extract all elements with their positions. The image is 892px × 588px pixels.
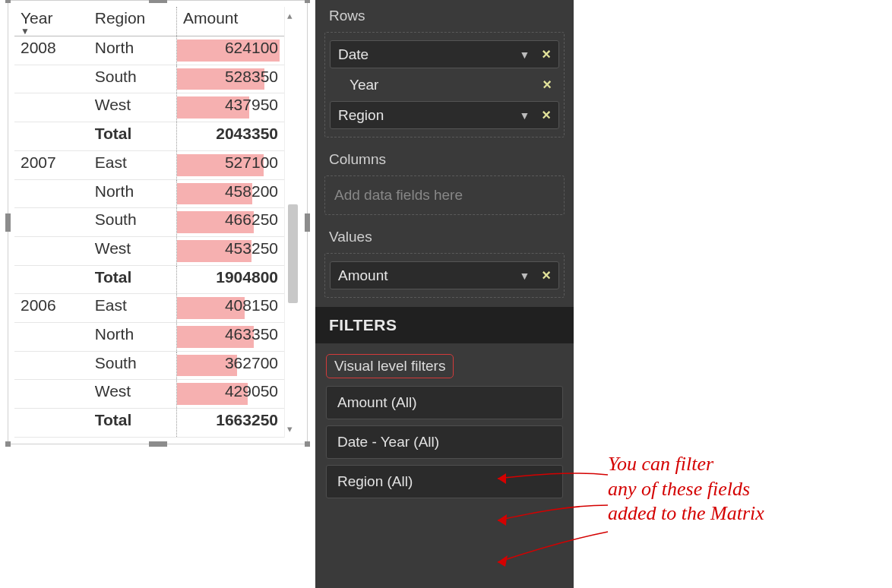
cell-amount: 527100 <box>177 150 285 179</box>
field-pill-amount[interactable]: Amount ▼ × <box>330 261 559 289</box>
matrix-frame: Year ▼ Region Amount 2008North624100Sout… <box>8 0 308 444</box>
amount-value: 453250 <box>225 239 278 257</box>
cell-year <box>14 323 89 352</box>
annotation-line: You can filter <box>608 453 713 475</box>
cell-total-amount: 2043350 <box>177 122 285 151</box>
cell-amount: 453250 <box>177 236 285 265</box>
field-pill-date[interactable]: Date ▼ × <box>330 40 559 68</box>
cell-total-label: Total <box>89 409 177 438</box>
cell-year <box>14 179 89 208</box>
cell-year: 2008 <box>14 36 89 65</box>
header-year-label: Year <box>21 9 52 27</box>
cell-total-amount: 1663250 <box>177 409 285 438</box>
filters-header: FILTERS <box>315 307 574 343</box>
resize-handle[interactable] <box>5 213 11 232</box>
cell-year <box>14 93 89 122</box>
cell-region: West <box>89 236 177 265</box>
table-row[interactable]: West453250 <box>14 236 284 265</box>
table-row[interactable]: West437950 <box>14 93 284 122</box>
header-amount-label: Amount <box>183 9 238 27</box>
amount-value: 527100 <box>225 153 278 171</box>
visual-level-filters-wrap: Visual level filters <box>326 354 563 378</box>
table-row-total[interactable]: Total1904800 <box>14 265 284 294</box>
table-row[interactable]: North458200 <box>14 179 284 208</box>
resize-handle[interactable] <box>305 213 310 232</box>
resize-handle[interactable] <box>5 0 11 3</box>
svg-marker-0 <box>498 473 506 484</box>
cell-year <box>14 265 89 294</box>
chevron-down-icon[interactable]: ▼ <box>519 270 530 282</box>
header-region[interactable]: Region <box>89 7 177 36</box>
cell-amount: 429050 <box>177 380 285 409</box>
cell-region: North <box>89 323 177 352</box>
values-label: Values <box>315 224 574 250</box>
table-row-total[interactable]: Total2043350 <box>14 122 284 151</box>
field-pill-label: Region <box>338 107 519 124</box>
field-pill-region[interactable]: Region ▼ × <box>330 101 559 129</box>
table-row[interactable]: South528350 <box>14 65 284 93</box>
matrix-table: Year ▼ Region Amount 2008North624100Sout… <box>14 7 284 438</box>
cell-amount: 466250 <box>177 208 285 237</box>
cell-region: North <box>89 179 177 208</box>
resize-handle[interactable] <box>305 441 310 447</box>
visual-level-filters-label[interactable]: Visual level filters <box>326 354 454 378</box>
table-row[interactable]: 2006East408150 <box>14 294 284 323</box>
amount-value: 466250 <box>225 210 278 228</box>
columns-drop-zone[interactable]: Add data fields here <box>324 175 565 215</box>
close-icon[interactable]: × <box>542 106 551 124</box>
sort-desc-icon: ▼ <box>21 29 83 33</box>
resize-handle[interactable] <box>149 441 167 447</box>
table-scrollbar[interactable]: ▴ ▾ <box>284 7 301 438</box>
cell-region: West <box>89 93 177 122</box>
svg-marker-1 <box>498 514 507 526</box>
amount-value: 463350 <box>225 325 278 343</box>
cell-amount: 463350 <box>177 323 285 352</box>
cell-region: West <box>89 380 177 409</box>
scroll-up-icon[interactable]: ▴ <box>287 10 293 21</box>
chevron-down-icon[interactable]: ▼ <box>519 49 530 61</box>
svg-marker-2 <box>498 555 508 567</box>
cell-year <box>14 208 89 237</box>
close-icon[interactable]: × <box>542 76 552 93</box>
field-pill-label: Year <box>350 77 538 93</box>
cell-amount: 528350 <box>177 65 285 93</box>
rows-drop-zone[interactable]: Date ▼ × Year × Region ▼ × <box>324 32 565 138</box>
field-pill-label: Amount <box>338 267 519 284</box>
amount-value: 528350 <box>225 68 278 85</box>
table-row[interactable]: West429050 <box>14 380 284 409</box>
header-region-label: Region <box>95 9 146 27</box>
table-row[interactable]: South362700 <box>14 351 284 380</box>
resize-handle[interactable] <box>5 441 11 447</box>
cell-region: North <box>89 36 177 65</box>
values-drop-zone[interactable]: Amount ▼ × <box>324 253 565 298</box>
cell-total-label: Total <box>89 265 177 294</box>
header-amount[interactable]: Amount <box>177 7 285 36</box>
resize-handle[interactable] <box>305 0 310 3</box>
filter-item-date-year[interactable]: Date - Year (All) <box>326 425 563 459</box>
matrix-visual[interactable]: Year ▼ Region Amount 2008North624100Sout… <box>8 0 308 456</box>
cell-year: 2007 <box>14 150 89 179</box>
rows-label: Rows <box>315 3 574 29</box>
table-row[interactable]: South466250 <box>14 208 284 237</box>
field-pill-year[interactable]: Year × <box>330 71 559 98</box>
cell-region: East <box>89 150 177 179</box>
close-icon[interactable]: × <box>542 46 551 63</box>
table-row[interactable]: North463350 <box>14 323 284 352</box>
chevron-down-icon[interactable]: ▼ <box>519 109 530 122</box>
close-icon[interactable]: × <box>542 267 551 284</box>
annotation-line: any of these fields <box>608 478 750 500</box>
amount-value: 437950 <box>225 96 278 113</box>
cell-amount: 362700 <box>177 351 285 380</box>
table-row[interactable]: 2007East527100 <box>14 150 284 179</box>
table-row-total[interactable]: Total1663250 <box>14 409 284 438</box>
cell-total-amount: 1904800 <box>177 265 285 294</box>
filter-item-amount[interactable]: Amount (All) <box>326 386 563 419</box>
cell-year <box>14 380 89 409</box>
resize-handle[interactable] <box>149 0 167 3</box>
scroll-thumb[interactable] <box>288 204 298 303</box>
cell-year <box>14 122 89 151</box>
scroll-down-icon[interactable]: ▾ <box>287 423 293 435</box>
table-row[interactable]: 2008North624100 <box>14 36 284 65</box>
header-year[interactable]: Year ▼ <box>14 7 89 36</box>
cell-region: South <box>89 208 177 237</box>
